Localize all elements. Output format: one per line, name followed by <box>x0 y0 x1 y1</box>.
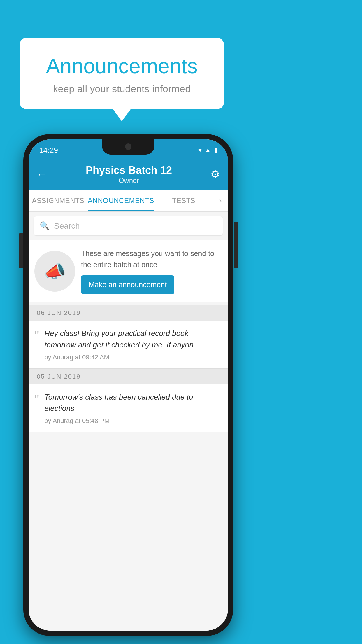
prompt-description: These are messages you want to send to t… <box>81 248 222 270</box>
quote-icon: " <box>34 329 39 342</box>
header-subtitle: Owner <box>86 176 172 185</box>
app-header: ← Physics Batch 12 Owner ⚙ <box>29 159 228 190</box>
phone-wrapper: 14:29 ▾ ▲ ▮ ← Physics Batch 12 Owner ⚙ <box>23 134 233 636</box>
tab-more[interactable]: › <box>213 190 228 211</box>
tab-announcements[interactable]: ANNOUNCEMENTS <box>88 190 154 211</box>
tabs-bar: ASSIGNMENTS ANNOUNCEMENTS TESTS › <box>29 190 228 212</box>
prompt-right: These are messages you want to send to t… <box>81 248 222 294</box>
header-title: Physics Batch 12 <box>86 164 172 176</box>
phone-notch <box>102 139 154 155</box>
announcement-prompt: 📣 These are messages you want to send to… <box>29 240 228 302</box>
search-icon: 🔍 <box>40 221 50 231</box>
speech-bubble: Announcements keep all your students inf… <box>20 38 224 109</box>
announcement-item-2[interactable]: " Tomorrow's class has been cancelled du… <box>29 384 228 432</box>
battery-icon: ▮ <box>214 146 217 154</box>
phone-screen: 14:29 ▾ ▲ ▮ ← Physics Batch 12 Owner ⚙ <box>29 139 228 631</box>
status-time: 14:29 <box>39 146 58 155</box>
search-placeholder: Search <box>54 221 80 231</box>
header-center: Physics Batch 12 Owner <box>86 164 172 185</box>
content-area: 🔍 Search 📣 These are messages you want t… <box>29 212 228 631</box>
back-button[interactable]: ← <box>37 168 47 181</box>
tab-assignments[interactable]: ASSIGNMENTS <box>29 190 88 211</box>
announcement-text-2: Tomorrow's class has been cancelled due … <box>44 391 222 414</box>
status-icons: ▾ ▲ ▮ <box>198 146 217 154</box>
megaphone-icon: 📣 <box>44 261 66 282</box>
phone-outer: 14:29 ▾ ▲ ▮ ← Physics Batch 12 Owner ⚙ <box>23 134 233 636</box>
announcement-meta-1: by Anurag at 09:42 AM <box>44 354 222 361</box>
search-bar[interactable]: 🔍 Search <box>34 216 223 235</box>
bubble-title: Announcements <box>37 54 206 78</box>
announcement-item-1[interactable]: " Hey class! Bring your practical record… <box>29 321 228 368</box>
speech-bubble-wrapper: Announcements keep all your students inf… <box>20 38 224 109</box>
settings-button[interactable]: ⚙ <box>210 168 220 181</box>
date-separator-1: 06 JUN 2019 <box>29 305 228 321</box>
quote-icon-2: " <box>34 393 39 406</box>
date-separator-2: 05 JUN 2019 <box>29 368 228 384</box>
camera-notch <box>125 144 131 150</box>
announcement-content-1: Hey class! Bring your practical record b… <box>44 328 222 361</box>
announcement-content-2: Tomorrow's class has been cancelled due … <box>44 391 222 425</box>
wifi-icon: ▾ <box>198 146 202 154</box>
signal-icon: ▲ <box>205 146 211 154</box>
tab-tests[interactable]: TESTS <box>154 190 213 211</box>
announcement-text-1: Hey class! Bring your practical record b… <box>44 328 222 351</box>
make-announcement-button[interactable]: Make an announcement <box>81 275 174 294</box>
megaphone-circle: 📣 <box>34 251 75 292</box>
announcement-meta-2: by Anurag at 05:48 PM <box>44 417 222 425</box>
bubble-subtitle: keep all your students informed <box>37 83 206 94</box>
